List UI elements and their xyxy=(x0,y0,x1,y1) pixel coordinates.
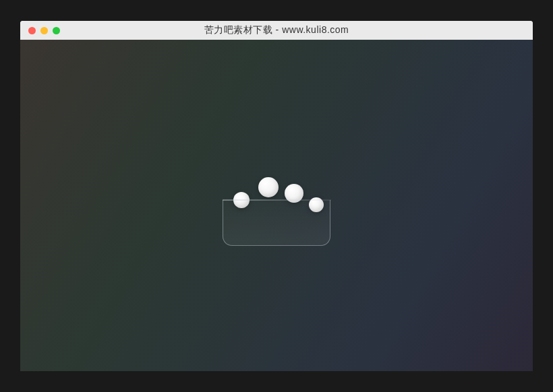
loader-ball-icon xyxy=(258,177,279,197)
loading-animation xyxy=(223,165,330,246)
window-title: 苦力吧素材下载 - www.kuli8.com xyxy=(20,24,533,36)
app-window: 苦力吧素材下载 - www.kuli8.com xyxy=(20,21,533,371)
close-icon[interactable] xyxy=(28,27,36,34)
traffic-lights xyxy=(20,27,60,34)
zoom-icon[interactable] xyxy=(53,27,60,34)
titlebar: 苦力吧素材下载 - www.kuli8.com xyxy=(20,21,533,40)
minimize-icon[interactable] xyxy=(40,27,48,34)
loader-cup-icon xyxy=(223,200,330,246)
content-area xyxy=(20,40,533,371)
